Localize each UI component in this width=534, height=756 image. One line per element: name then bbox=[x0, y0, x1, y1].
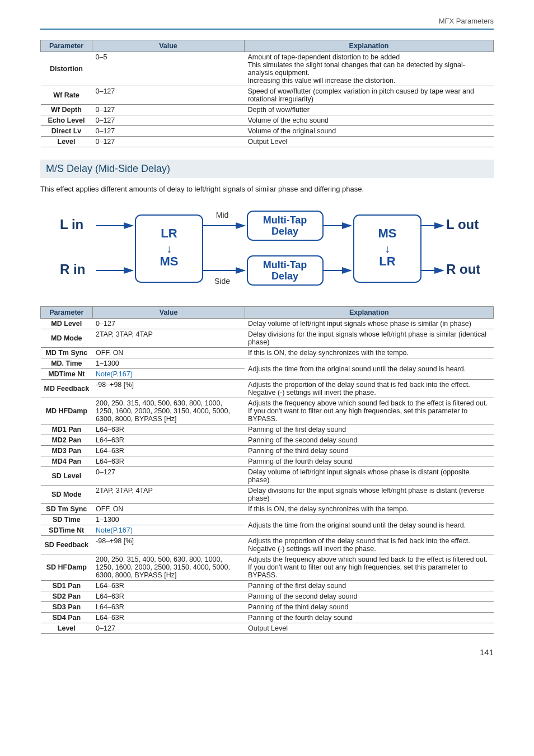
table-row: MD HFDamp200, 250, 315, 400, 500, 630, 8… bbox=[41, 398, 494, 424]
table-row: SD Tm SyncOFF, ONIf this is ON, the dela… bbox=[41, 504, 494, 515]
header-rule bbox=[40, 29, 494, 30]
table-row: Direct Lv0–127Volume of the original sou… bbox=[41, 126, 494, 137]
section-title: M/S Delay (Mid-Side Delay) bbox=[40, 160, 494, 178]
table-row: Wf Rate0–127Speed of wow/flutter (comple… bbox=[41, 86, 494, 105]
svg-text:Multi-Tap: Multi-Tap bbox=[263, 259, 307, 270]
parameter-table-1: Parameter Value Explanation Distortion0–… bbox=[40, 40, 494, 147]
table-row: MD2 PanL64–63RPanning of the second dela… bbox=[41, 435, 494, 446]
table-row: MD Mode2TAP, 3TAP, 4TAPDelay divisions f… bbox=[41, 329, 494, 348]
svg-text:↓: ↓ bbox=[166, 242, 172, 255]
svg-text:Delay: Delay bbox=[271, 226, 298, 237]
svg-text:Mid: Mid bbox=[216, 211, 229, 220]
parameter-table-2: Parameter Value Explanation MD Level0–12… bbox=[40, 306, 494, 634]
svg-text:MS: MS bbox=[160, 254, 179, 268]
table-row: MD. Time1–1300Adjusts the time from the … bbox=[41, 358, 494, 369]
table-row: MD Level0–127Delay volume of left/right … bbox=[41, 319, 494, 329]
table-row: SD4 PanL64–63RPanning of the fourth dela… bbox=[41, 613, 494, 623]
note-link[interactable]: Note(P.167) bbox=[96, 370, 133, 378]
signal-flow-diagram: L in R in L out R out LR ↓ MS Mid Side M… bbox=[54, 201, 480, 296]
label-l-out: L out bbox=[446, 217, 479, 232]
svg-text:Side: Side bbox=[214, 277, 230, 286]
table-row: SD Mode2TAP, 3TAP, 4TAPDelay divisions f… bbox=[41, 486, 494, 504]
table-row: Echo Level0–127Volume of the echo sound bbox=[41, 115, 494, 126]
table-row: MD3 PanL64–63RPanning of the third delay… bbox=[41, 446, 494, 456]
table-row: MD1 PanL64–63RPanning of the first delay… bbox=[41, 424, 494, 435]
svg-text:Delay: Delay bbox=[271, 270, 298, 282]
svg-text:LR: LR bbox=[379, 254, 395, 268]
col-parameter: Parameter bbox=[41, 307, 93, 319]
table-row: SD Feedback-98–+98 [%]Adjusts the propor… bbox=[41, 536, 494, 554]
table-row: SD HFDamp200, 250, 315, 400, 500, 630, 8… bbox=[41, 554, 494, 581]
table-row: SD2 PanL64–63RPanning of the second dela… bbox=[41, 591, 494, 602]
col-value: Value bbox=[92, 307, 245, 319]
svg-text:↓: ↓ bbox=[385, 242, 390, 255]
col-parameter: Parameter bbox=[41, 40, 92, 52]
table-row: SD Level0–127Delay volume of left/right … bbox=[41, 467, 494, 486]
col-value: Value bbox=[92, 40, 245, 52]
breadcrumb: MFX Parameters bbox=[40, 17, 494, 25]
table-row: MD4 PanL64–63RPanning of the fourth dela… bbox=[41, 456, 494, 467]
page-number: 141 bbox=[40, 647, 494, 657]
svg-text:Multi-Tap: Multi-Tap bbox=[263, 214, 307, 226]
table-row: SD3 PanL64–63RPanning of the third delay… bbox=[41, 602, 494, 613]
svg-text:LR: LR bbox=[161, 226, 177, 240]
label-r-out: R out bbox=[446, 262, 480, 277]
note-link[interactable]: Note(P.167) bbox=[96, 526, 133, 534]
table-row: Distortion0–5Amount of tape-dependent di… bbox=[41, 52, 494, 86]
label-l-in: L in bbox=[60, 217, 83, 232]
col-explanation: Explanation bbox=[245, 307, 493, 319]
svg-text:MS: MS bbox=[378, 226, 397, 240]
table-row: MD Feedback-98–+98 [%]Adjusts the propor… bbox=[41, 380, 494, 398]
col-explanation: Explanation bbox=[245, 40, 494, 52]
table-row: Wf Depth0–127Depth of wow/flutter bbox=[41, 105, 494, 115]
table-row: MD Tm SyncOFF, ONIf this is ON, the dela… bbox=[41, 348, 494, 358]
table-row: SD1 PanL64–63RPanning of the first delay… bbox=[41, 581, 494, 591]
table-row: Level0–127Output Level bbox=[41, 137, 494, 147]
label-r-in: R in bbox=[60, 262, 85, 277]
section-description: This effect applies different amounts of… bbox=[40, 185, 494, 193]
table-row: Level0–127Output Level bbox=[41, 623, 494, 634]
table-row: SD Time1–1300Adjusts the time from the o… bbox=[41, 515, 494, 525]
